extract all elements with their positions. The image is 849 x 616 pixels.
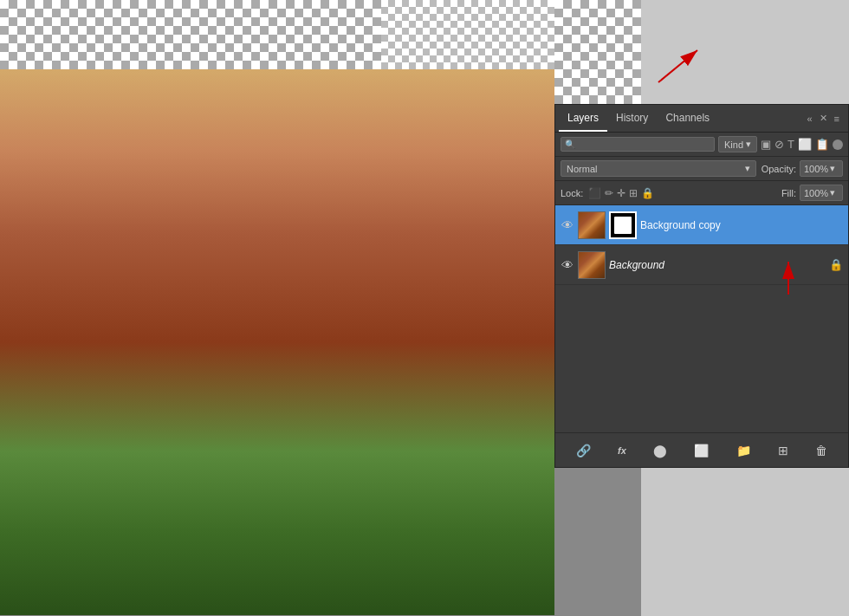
canvas-area (0, 0, 641, 616)
layer-row[interactable]: 👁 Background 🔒 (555, 245, 848, 285)
adjustment-filter-icon[interactable]: ⊘ (774, 138, 784, 151)
tab-layers[interactable]: Layers (559, 105, 607, 132)
layer-thumbnail (578, 211, 606, 239)
new-fill-adjustment-icon[interactable]: ⬤ (650, 442, 671, 459)
kind-dropdown[interactable]: Kind ▾ (718, 136, 757, 152)
layer-visibility-icon[interactable]: 👁 (561, 218, 574, 232)
layer-mask-icon[interactable]: ⬜ (690, 442, 712, 459)
layer-row[interactable]: 👁 Background copy (555, 205, 848, 245)
layer-lock-icon: 🔒 (829, 258, 843, 271)
panel-controls: « ✕ ≡ (805, 111, 845, 126)
lock-icons: ⬛ ✏ ✛ ⊞ 🔒 (588, 187, 654, 199)
pixel-filter-icon[interactable]: ▣ (761, 138, 771, 151)
lock-position-icon[interactable]: ⬛ (588, 187, 601, 199)
search-icon: 🔍 (565, 139, 575, 149)
fx-icon[interactable]: fx (614, 444, 630, 457)
layer-visibility-icon[interactable]: 👁 (561, 258, 574, 272)
panel-footer: 🔗 fx ⬤ ⬜ 📁 ⊞ 🗑 (555, 432, 848, 467)
group-icon[interactable]: 📁 (733, 442, 755, 459)
tab-channels[interactable]: Channels (657, 105, 718, 132)
filter-toggle[interactable] (833, 139, 843, 150)
layer-mask-thumbnail (609, 211, 637, 239)
link-icon[interactable]: 🔗 (573, 442, 594, 459)
layer-thumbnail (578, 251, 606, 279)
search-row: 🔍 Kind ▾ ▣ ⊘ T ⬜ 📋 (555, 133, 848, 157)
shape-filter-icon[interactable]: ⬜ (798, 138, 812, 151)
close-button[interactable]: ✕ (818, 111, 829, 126)
top-right-checker (381, 0, 554, 69)
search-box[interactable]: 🔍 (561, 137, 715, 152)
text-filter-icon[interactable]: T (787, 138, 794, 151)
tab-history[interactable]: History (607, 105, 657, 132)
fill-input[interactable]: 100% ▾ (800, 185, 843, 201)
photo-container (0, 69, 554, 615)
lock-row: Lock: ⬛ ✏ ✛ ⊞ 🔒 Fill: 100% ▾ (555, 181, 848, 205)
layer-thumb-image (579, 252, 605, 278)
filter-icons: ▣ ⊘ T ⬜ 📋 (761, 138, 843, 151)
layers-list: 👁 Background copy 👁 Background 🔒 (555, 205, 848, 432)
svg-line-2 (658, 50, 697, 82)
layer-mask-image (611, 213, 635, 237)
menu-button[interactable]: ≡ (833, 112, 841, 126)
panel-header: Layers History Channels « ✕ ≡ (555, 105, 848, 133)
blend-row: Normal ▾ Opacity: 100% ▾ (555, 157, 848, 181)
lock-move-icon[interactable]: ✛ (617, 187, 625, 199)
fill-label: Fill: (781, 188, 796, 198)
layer-name: Background copy (640, 219, 843, 231)
layer-thumb-image (579, 212, 605, 238)
opacity-label: Opacity: (762, 164, 796, 174)
opacity-section: Opacity: 100% ▾ (762, 160, 843, 177)
opacity-input[interactable]: 100% ▾ (800, 160, 843, 177)
collapse-button[interactable]: « (805, 112, 813, 126)
smart-filter-icon[interactable]: 📋 (815, 138, 829, 151)
lock-artboard-icon[interactable]: ⊞ (629, 187, 638, 199)
layers-panel: Layers History Channels « ✕ ≡ 🔍 Kind ▾ ▣… (554, 104, 849, 468)
fill-section: Fill: 100% ▾ (781, 185, 843, 201)
layer-name: Background (609, 259, 826, 271)
lock-all-icon[interactable]: 🔒 (641, 187, 654, 199)
new-layer-icon[interactable]: ⊞ (774, 442, 792, 459)
blend-mode-dropdown[interactable]: Normal ▾ (561, 160, 756, 177)
house-photo (0, 69, 554, 615)
panel-tabs: Layers History Channels (559, 105, 805, 132)
lock-label: Lock: (561, 188, 583, 198)
delete-icon[interactable]: 🗑 (812, 442, 831, 459)
lock-paint-icon[interactable]: ✏ (605, 187, 613, 199)
